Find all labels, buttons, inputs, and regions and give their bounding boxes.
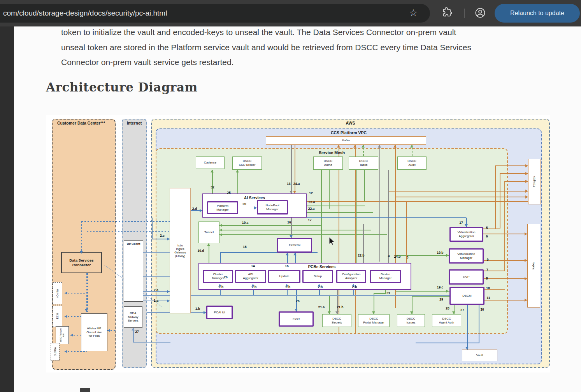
node-esxi: ESXi	[53, 306, 62, 327]
arrowhead	[132, 328, 135, 330]
node-platform-manager: Platform Manager	[207, 201, 238, 214]
node-device-manager: Device Manager	[370, 270, 401, 283]
connector-line	[356, 170, 357, 263]
url-bar[interactable]: com/cloud/storage-design/docs/security/p…	[0, 4, 430, 23]
connector-line	[412, 296, 449, 297]
node-api-aggregator: API Aggregator	[235, 270, 266, 283]
node-ui-client: UI/ Client	[124, 240, 143, 302]
edge-label: 27	[460, 308, 464, 312]
arrowhead	[525, 180, 528, 183]
edge-label: 13	[287, 182, 290, 186]
node-setup: Setup	[302, 270, 333, 283]
arrowhead	[80, 251, 83, 254]
arrowhead	[200, 209, 202, 212]
bookmark-star-icon[interactable]: ☆	[409, 7, 418, 18]
edge-label: 26	[224, 275, 227, 279]
connector-line	[133, 342, 170, 343]
browser-toolbar: com/cloud/storage-design/docs/security/p…	[0, 0, 581, 27]
edge-label: 2.b	[352, 285, 357, 289]
arrowhead	[362, 145, 365, 148]
connector-line	[143, 276, 170, 277]
connector-line	[495, 165, 528, 166]
connector-line	[86, 273, 87, 312]
screen: { "browser": { "url": "com/cloud/storage…	[0, 0, 581, 392]
node-kafka-top: Kafka	[266, 136, 426, 145]
edge-label: 23.a	[309, 200, 315, 204]
arrowhead	[328, 311, 331, 314]
connector-line	[220, 253, 221, 263]
connector-line	[495, 165, 496, 229]
node-cvp: CVP	[449, 269, 484, 285]
connector-line	[484, 260, 527, 261]
connector-line	[209, 243, 209, 263]
extensions-puzzle-icon[interactable]	[442, 7, 453, 18]
connector-line	[81, 221, 82, 254]
arrowhead	[70, 334, 73, 337]
url-text: com/cloud/storage-design/docs/security/p…	[3, 9, 167, 18]
connector-line	[329, 170, 330, 209]
arrowhead	[85, 309, 88, 312]
arrowhead	[410, 145, 413, 148]
node-dscc-authz: DSCC Authz	[313, 156, 343, 170]
edge-label: 5	[486, 226, 488, 230]
node-cluster-manager: Cluster Manager	[203, 270, 233, 283]
arrowhead	[295, 309, 298, 311]
node-ezmeral: Ezmeral	[277, 238, 312, 253]
connector-line	[337, 290, 338, 314]
arrowhead	[465, 347, 469, 350]
edge-label: 11	[487, 296, 490, 300]
connector-line	[364, 170, 365, 201]
edge-label: 2.a	[154, 288, 158, 292]
node-dscc-tasks: DSCC Tasks	[349, 156, 378, 170]
edge-label: 28	[446, 306, 449, 310]
next-section-partial-text	[80, 388, 90, 392]
arrowhead	[293, 253, 297, 255]
edge-label: 8	[486, 276, 488, 280]
edge-label: 22.b	[358, 253, 364, 257]
page-content: token to initialize the vault and encode…	[14, 26, 581, 392]
edge-label: 29	[439, 297, 443, 301]
profile-icon[interactable]	[474, 7, 486, 19]
node-vcenter: vCenter	[53, 282, 62, 304]
arrowhead	[167, 290, 170, 293]
node-dscc-issues: DSCC Issues	[397, 314, 425, 327]
node-pcai-ui: PCAI UI	[206, 306, 233, 319]
arrowhead	[525, 232, 527, 236]
edge-label: 2.b	[318, 285, 323, 289]
arrowhead	[254, 206, 257, 209]
arrowhead	[219, 224, 222, 227]
node-tunnel: Tunnel	[198, 221, 219, 243]
connector-line	[295, 145, 295, 193]
arrowhead	[410, 311, 413, 314]
connector-line	[379, 145, 380, 262]
arrowhead	[290, 191, 293, 193]
node-configuration-analyzer: Configuration Analyzer	[336, 270, 366, 283]
connector-line	[396, 255, 449, 256]
arrowhead	[525, 299, 527, 302]
edge-label: 7	[486, 268, 488, 272]
connector-line	[396, 197, 528, 197]
relaunch-button[interactable]: Relaunch to update	[495, 4, 580, 23]
arrowhead	[286, 253, 289, 255]
connector-line	[321, 170, 322, 263]
edge-label: 14	[251, 264, 255, 268]
arrowhead	[337, 145, 340, 148]
toolbar-divider	[464, 9, 465, 18]
connector-line	[483, 234, 527, 234]
edge-label: 16	[287, 220, 291, 224]
mouse-cursor	[328, 237, 337, 246]
arrowhead	[465, 224, 468, 227]
edge-label: 21.b	[337, 305, 343, 309]
arrowhead	[525, 164, 528, 167]
body-paragraph: token to initialize the vault and encode…	[61, 25, 559, 70]
connector-line	[307, 206, 365, 206]
edge-label: 21.a	[318, 305, 325, 309]
arrowhead	[525, 259, 527, 262]
edge-label: 6	[486, 234, 488, 238]
connector-line	[219, 230, 371, 230]
edge-label: 19.d	[197, 249, 204, 253]
node-dscc-agent-auth: DSCC Agent Auth	[432, 314, 461, 327]
arrowhead	[207, 243, 210, 246]
arrowhead	[65, 350, 67, 353]
connector-line	[291, 145, 292, 193]
